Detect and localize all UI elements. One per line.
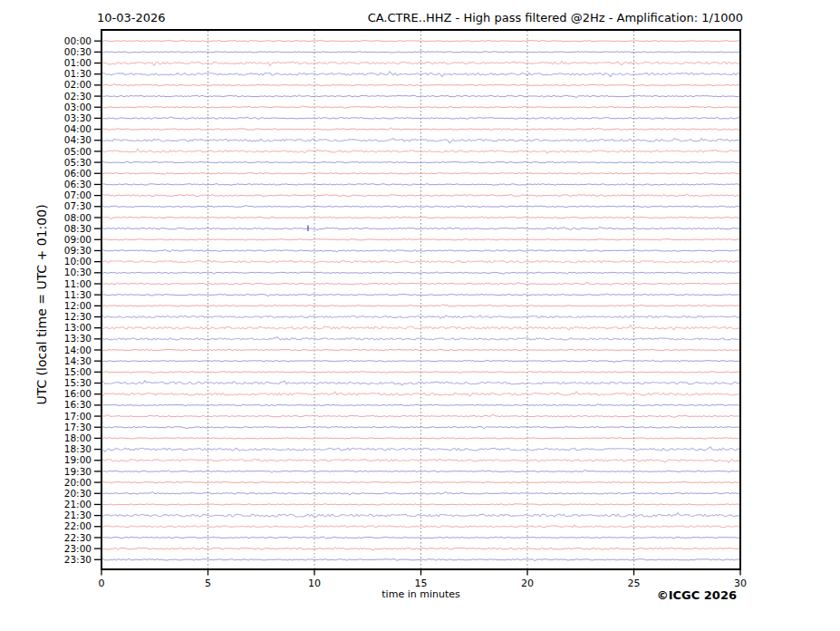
y-tick-label: 11:00 [64, 278, 92, 289]
y-tick-label: 04:00 [64, 123, 92, 134]
seismogram-page: 10-03-2026 CA.CTRE..HHZ - High pass filt… [0, 0, 840, 631]
trace-row-1900[interactable] [101, 460, 739, 463]
trace-row-1530[interactable] [101, 381, 739, 385]
y-tick-label: 01:30 [64, 68, 92, 79]
y-tick-label: 09:00 [64, 234, 92, 245]
x-tick-label: 30 [734, 578, 747, 589]
y-tick-label: 03:00 [64, 102, 92, 112]
trace-row-2100[interactable] [101, 504, 739, 505]
trace-row-2000[interactable] [101, 481, 739, 482]
trace-row-1700[interactable] [101, 414, 739, 417]
y-tick-label: 08:00 [64, 212, 92, 223]
y-tick-label: 20:30 [64, 488, 92, 499]
trace-row-0930[interactable] [101, 249, 739, 252]
y-tick-label: 01:00 [64, 57, 92, 68]
y-tick-label: 21:30 [64, 510, 92, 520]
trace-row-0100[interactable] [101, 61, 739, 65]
y-tick-label: 22:30 [64, 532, 92, 543]
y-tick-label: 07:30 [64, 200, 92, 211]
x-tick-label: 25 [628, 578, 641, 589]
y-tick-label: 17:00 [64, 411, 92, 422]
y-tick-label: 23:00 [64, 543, 92, 554]
y-tick-label: 06:00 [64, 168, 92, 179]
y-tick-label: 00:00 [64, 35, 92, 46]
y-tick-label: 20:00 [64, 477, 92, 488]
y-tick-label: 15:30 [64, 377, 92, 388]
y-tick-label: 22:00 [64, 520, 92, 531]
copyright-label: ©ICGC 2026 [544, 588, 737, 602]
y-tick-label: 11:30 [64, 289, 92, 300]
y-tick-label: 09:30 [64, 245, 92, 256]
trace-row-0130[interactable] [101, 72, 739, 77]
y-tick-label: 06:30 [64, 179, 92, 189]
y-tick-label: 02:00 [64, 79, 92, 90]
trace-row-1000[interactable] [101, 261, 739, 263]
y-tick-label: 04:30 [64, 134, 92, 145]
y-tick-label: 23:30 [64, 554, 92, 565]
trace-row-1030[interactable] [101, 272, 739, 274]
y-tick-label: 12:30 [64, 311, 92, 322]
y-tick-label: 13:30 [64, 333, 92, 344]
y-tick-label: 17:30 [64, 422, 92, 432]
x-tick-label: 0 [99, 578, 105, 589]
y-tick-label: 12:00 [64, 300, 92, 311]
y-tick-label: 16:00 [64, 388, 92, 399]
trace-row-0000[interactable] [101, 40, 739, 41]
x-tick-label: 5 [205, 578, 211, 589]
y-tick-label: 07:00 [64, 189, 92, 200]
x-tick-label: 15 [415, 578, 428, 589]
y-tick-label: 10:00 [64, 256, 92, 267]
y-tick-label: 14:30 [64, 355, 92, 366]
y-tick-label: 18:00 [64, 432, 92, 443]
y-tick-label: 08:30 [64, 223, 92, 234]
trace-row-0030[interactable] [101, 52, 739, 53]
y-tick-label: 02:30 [64, 91, 92, 102]
y-tick-label: 14:00 [64, 345, 92, 355]
trace-row-0900[interactable] [101, 239, 739, 240]
y-tick-label: 05:30 [64, 157, 92, 168]
y-tick-label: 19:00 [64, 454, 92, 465]
trace-row-0200[interactable] [101, 83, 739, 85]
y-tick-label: 03:30 [64, 112, 92, 123]
y-tick-label: 15:00 [64, 366, 92, 377]
y-tick-label: 13:00 [64, 322, 92, 333]
trace-row-1730[interactable] [101, 426, 739, 429]
x-tick-label: 10 [308, 578, 321, 589]
helicorder-plot[interactable]: 00:0000:3001:0001:3002:0002:3003:0003:30… [0, 0, 840, 631]
y-tick-label: 00:30 [64, 46, 92, 57]
y-tick-label: 19:30 [64, 466, 92, 477]
trace-row-0500[interactable] [101, 149, 739, 153]
y-tick-label: 18:30 [64, 443, 92, 454]
x-tick-label: 20 [521, 578, 534, 589]
y-tick-label: 05:00 [64, 146, 92, 157]
y-tick-label: 21:00 [64, 499, 92, 510]
y-tick-label: 16:30 [64, 399, 92, 410]
trace-row-1200[interactable] [101, 305, 739, 306]
y-tick-label: 10:30 [64, 267, 92, 277]
